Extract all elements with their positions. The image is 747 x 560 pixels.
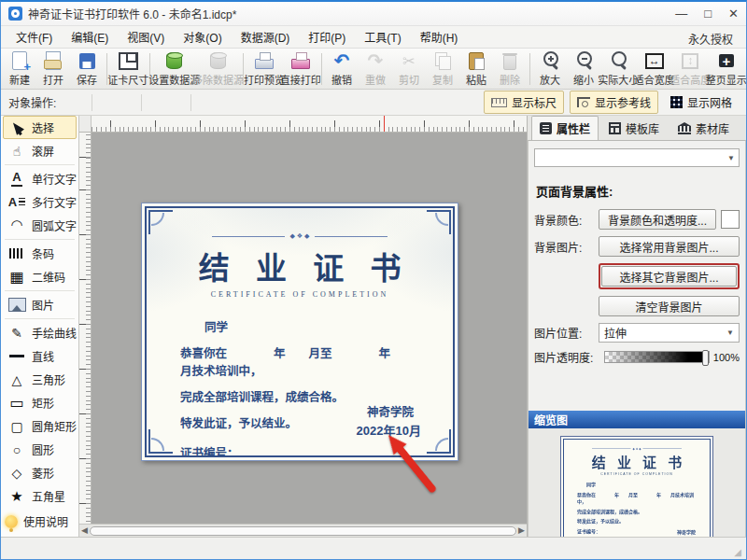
tri-icon: [7, 371, 26, 388]
close-button[interactable]: ✕: [728, 7, 739, 20]
separator: [190, 94, 191, 111]
ruler-label: [79, 292, 91, 337]
tool-barcode[interactable]: 条码: [3, 242, 77, 265]
maximize-button[interactable]: □: [704, 7, 712, 20]
redo-button[interactable]: 重做: [359, 49, 392, 88]
save-button[interactable]: 保存: [70, 49, 104, 88]
show-guides-button[interactable]: 显示参考线: [570, 91, 658, 114]
print-icon: [289, 50, 312, 71]
fit-page-button[interactable]: 整页显示: [709, 49, 745, 88]
fitpage-icon: [715, 50, 738, 71]
tool-diamond[interactable]: 菱形: [3, 461, 77, 484]
new-button[interactable]: 新建: [3, 49, 36, 88]
tool-select[interactable]: 选择: [3, 116, 77, 139]
ruler-label: [200, 116, 245, 132]
delete-button[interactable]: 删除: [493, 49, 527, 88]
horizontal-scrollbar[interactable]: ◀ ▶: [79, 524, 527, 537]
menu-object[interactable]: 对象(O): [174, 26, 231, 48]
opacity-value: 100%: [713, 352, 740, 363]
tool-star[interactable]: 五角星: [3, 484, 77, 508]
zoom-in-button[interactable]: 放大: [533, 49, 567, 88]
cut-button[interactable]: 剪切: [392, 49, 426, 88]
bg-other-image-button[interactable]: 选择其它背景图片...: [601, 266, 737, 287]
actual-size-button[interactable]: 实际大小: [600, 49, 637, 88]
set-datasource-button[interactable]: 设置数据源: [153, 49, 197, 88]
menu-tools[interactable]: 工具(T): [355, 26, 410, 48]
corner-ornament: [427, 210, 451, 234]
paste-button[interactable]: 粘贴: [459, 49, 493, 88]
ruler-label: [79, 203, 91, 247]
direct-print-button[interactable]: 直接打印: [282, 49, 318, 88]
menu-view[interactable]: 视图(V): [118, 26, 174, 48]
tool-pan[interactable]: 滚屏: [3, 139, 77, 162]
title-bar: 神奇证卡证书打印软件 6.0 - 未命名1.idcp* — □ ✕: [1, 2, 746, 26]
opacity-slider[interactable]: [604, 351, 710, 363]
paste-icon: [465, 50, 487, 71]
bg-color-button[interactable]: 背景颜色和透明度...: [599, 209, 716, 230]
remove-datasource-button[interactable]: 移除数据源: [196, 49, 240, 88]
thumbnail-header: 缩览图: [529, 411, 745, 428]
separator: [141, 94, 142, 111]
scroll-right-icon[interactable]: ▶: [518, 526, 525, 535]
tool-line[interactable]: 直线: [3, 344, 77, 368]
diamond-icon: [7, 465, 26, 482]
flourish-ornament: ◆ ❖ ◆: [212, 232, 388, 240]
resize-grip[interactable]: ◢: [734, 547, 744, 557]
undo-button[interactable]: 撤销: [325, 49, 359, 88]
certificate-page[interactable]: ◆ ❖ ◆ 结 业 证 书 CERTIFICATE OF COMPLETION …: [141, 203, 458, 461]
copy-button[interactable]: 复制: [426, 49, 459, 88]
grid-icon: [670, 96, 683, 108]
menu-file[interactable]: 文件(F): [7, 26, 62, 48]
zoom-out-button[interactable]: 缩小: [567, 49, 600, 88]
tool-arc-text[interactable]: 圆弧文字: [3, 214, 77, 237]
cut-icon: [398, 50, 420, 71]
main-area: 使用说明 选择 滚屏 单行文字 多行文字 圆弧文字: [1, 116, 746, 537]
help-button[interactable]: 使用说明: [5, 513, 68, 529]
tab-properties[interactable]: 属性栏: [531, 116, 599, 140]
scroll-left-icon[interactable]: ◀: [81, 526, 88, 535]
fith-icon: [679, 50, 701, 71]
menu-edit[interactable]: 编辑(E): [62, 26, 118, 48]
window-title: 神奇证卡证书打印软件 6.0 - 未命名1.idcp*: [28, 6, 236, 21]
separator: [5, 239, 75, 240]
tab-materials[interactable]: 素材库: [669, 116, 738, 140]
card-size-button[interactable]: 证卡尺寸: [110, 49, 147, 88]
bg-clear-button[interactable]: 清空背景图片: [599, 296, 740, 316]
fit-height-button[interactable]: 适合高度: [672, 49, 709, 88]
dbremove-icon: [207, 50, 230, 71]
menu-datasource[interactable]: 数据源(D): [232, 26, 300, 48]
tool-image[interactable]: 图片: [3, 293, 77, 316]
design-canvas[interactable]: ◆ ❖ ◆ 结 业 证 书 CERTIFICATE OF COMPLETION …: [92, 133, 527, 524]
tool-triangle[interactable]: 三角形: [3, 368, 77, 391]
bg-color-swatch[interactable]: [721, 210, 740, 229]
object-operations-bar: 对象操作: 显示标尺 显示参考线 显示网格: [1, 90, 746, 116]
separator: [92, 94, 92, 111]
tool-circle[interactable]: 圆形: [3, 438, 77, 461]
thumbnail-preview[interactable]: ◆ ❖ ◆ 结 业 证 书 CERTIFICATE OF COMPLETION …: [560, 436, 713, 552]
ruler-label: [245, 116, 289, 132]
object-operations-label: 对象操作:: [8, 94, 56, 110]
image-position-dropdown[interactable]: 拉伸▼: [599, 323, 740, 343]
tool-rounded-rect[interactable]: 圆角矩形: [3, 414, 77, 438]
tab-templates[interactable]: 模板库: [600, 116, 668, 140]
tool-rectangle[interactable]: 矩形: [3, 391, 77, 414]
open-button[interactable]: 打开: [36, 49, 70, 88]
tool-multi-text[interactable]: 多行文字: [3, 190, 77, 214]
object-selector-dropdown[interactable]: ▼: [534, 148, 740, 167]
arctext-icon: [7, 217, 26, 234]
show-grid-button[interactable]: 显示网格: [664, 91, 739, 113]
bg-common-image-button[interactable]: 选择常用背景图片...: [599, 236, 740, 257]
scrollbar-thumb[interactable]: [90, 526, 516, 536]
tool-qrcode[interactable]: 二维码: [3, 265, 77, 288]
tool-single-text[interactable]: 单行文字: [3, 167, 77, 190]
tool-freehand[interactable]: 手绘曲线: [3, 321, 77, 344]
zout-icon: [572, 50, 595, 71]
minimize-button[interactable]: —: [675, 7, 687, 20]
fit-width-button[interactable]: 适合宽度: [636, 49, 672, 88]
menu-print[interactable]: 打印(P): [299, 26, 355, 48]
mtext-icon: [7, 194, 26, 211]
fitw-icon: [643, 50, 666, 71]
menu-help[interactable]: 帮助(H): [411, 26, 468, 48]
print-preview-button[interactable]: 打印预览: [247, 49, 283, 88]
show-ruler-button[interactable]: 显示标尺: [484, 91, 564, 114]
